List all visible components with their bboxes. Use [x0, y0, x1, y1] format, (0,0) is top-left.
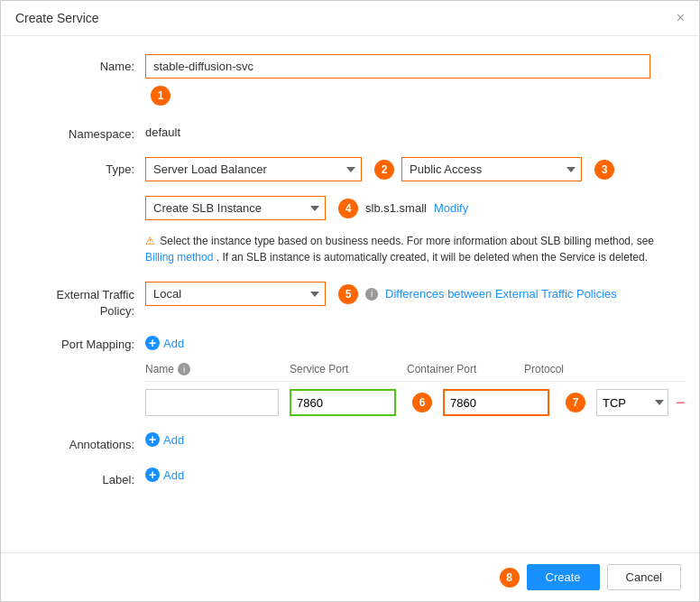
- col-name-info-icon[interactable]: i: [178, 363, 190, 375]
- label-row: Label: + Add: [28, 468, 672, 486]
- ext-traffic-label: External TrafficPolicy:: [28, 282, 145, 320]
- namespace-row: Namespace: default: [28, 122, 672, 141]
- port-add-button[interactable]: + Add: [145, 336, 184, 350]
- name-input[interactable]: [145, 54, 650, 79]
- protocol-select[interactable]: TCP UDP: [596, 389, 668, 416]
- slb-select[interactable]: Create SLB Instance Use Existing SLB: [145, 196, 326, 220]
- add-label: Add: [163, 337, 184, 350]
- port-row: 6 7 TCP UDP −: [145, 389, 686, 416]
- ext-traffic-select[interactable]: Local Cluster: [145, 282, 326, 306]
- label-label: Label:: [28, 468, 145, 486]
- type-row: Type: Server Load Balancer NodePort Clus…: [28, 157, 672, 265]
- plus-icon: +: [145, 336, 160, 350]
- port-mapping-header: Name i Service Port Container Port Proto…: [145, 357, 686, 382]
- badge-6: 6: [412, 393, 432, 412]
- badge-1: 1: [151, 86, 170, 106]
- port-mapping-section: Name i Service Port Container Port Proto…: [145, 357, 686, 416]
- warning-icon: ⚠: [145, 235, 155, 247]
- annotations-row: Annotations: + Add: [28, 432, 672, 451]
- label-plus-icon: +: [145, 468, 160, 482]
- info-icon[interactable]: i: [365, 288, 378, 301]
- namespace-label: Namespace:: [28, 122, 145, 141]
- annotations-plus-icon: +: [145, 432, 160, 447]
- type-label: Type:: [28, 157, 145, 176]
- annotations-content: + Add: [145, 432, 672, 447]
- slb-size: slb.s1.small: [365, 201, 427, 215]
- col-service-port: Service Port: [290, 363, 407, 375]
- port-mapping-row: Port Mapping: + Add Name i Service Port …: [28, 336, 672, 416]
- name-content: 1: [145, 54, 672, 106]
- slb-row: Create SLB Instance Use Existing SLB 4 s…: [145, 196, 468, 220]
- slb-modify[interactable]: Modify: [434, 201, 468, 215]
- ext-traffic-content: Local Cluster 5 i Differences between Ex…: [145, 282, 672, 306]
- container-port-input[interactable]: [443, 389, 549, 416]
- badge-5: 5: [338, 284, 358, 304]
- namespace-content: default: [145, 122, 672, 139]
- dialog-body: Name: 1 Namespace: default Type: Server …: [1, 36, 699, 521]
- col-protocol: Protocol: [524, 363, 605, 375]
- service-port-input[interactable]: [290, 389, 396, 416]
- label-add-label: Add: [163, 468, 184, 482]
- type-select-row: Server Load Balancer NodePort ClusterIP …: [145, 157, 614, 181]
- diff-link[interactable]: Differences between External Traffic Pol…: [385, 287, 617, 301]
- badge-4: 4: [338, 199, 358, 218]
- warning-text: ⚠ Select the instance type based on busi…: [145, 235, 654, 264]
- port-mapping-label: Port Mapping:: [28, 336, 145, 351]
- name-row: Name: 1: [28, 54, 672, 106]
- create-button[interactable]: Create: [527, 564, 600, 590]
- type-select[interactable]: Server Load Balancer NodePort ClusterIP: [145, 157, 362, 181]
- cancel-button[interactable]: Cancel: [607, 564, 681, 590]
- create-service-dialog: Create Service × Name: 1 Namespace: defa…: [0, 0, 700, 602]
- annotations-add-button[interactable]: + Add: [145, 432, 184, 447]
- annotations-add-label: Add: [163, 433, 184, 447]
- warning-block: ⚠ Select the instance type based on busi…: [145, 233, 672, 265]
- access-select[interactable]: Public Access Internal Access: [401, 157, 582, 181]
- col-container-port: Container Port: [407, 363, 524, 375]
- annotations-label: Annotations:: [28, 432, 145, 451]
- port-name-input[interactable]: [145, 389, 279, 416]
- remove-port-icon[interactable]: −: [676, 394, 686, 411]
- namespace-value: default: [145, 122, 180, 139]
- type-content: Server Load Balancer NodePort ClusterIP …: [145, 157, 672, 265]
- port-mapping-content: + Add Name i Service Port Container Port…: [145, 336, 686, 416]
- billing-link[interactable]: Billing method: [145, 251, 213, 264]
- badge-7: 7: [566, 393, 585, 412]
- dialog-title: Create Service: [15, 11, 99, 25]
- label-add-button[interactable]: + Add: [145, 468, 184, 482]
- ext-traffic-row: External TrafficPolicy: Local Cluster 5 …: [28, 282, 672, 320]
- close-icon[interactable]: ×: [677, 10, 685, 26]
- badge-8: 8: [500, 568, 520, 588]
- label-content: + Add: [145, 468, 672, 482]
- dialog-footer: 8 Create Cancel: [1, 552, 699, 601]
- badge-3: 3: [594, 160, 614, 180]
- dialog-header: Create Service ×: [1, 1, 699, 36]
- warning-text-1: Select the instance type based on busine…: [160, 235, 654, 247]
- badge-2: 2: [374, 160, 394, 180]
- name-label: Name:: [28, 54, 145, 73]
- col-name: Name i: [145, 363, 290, 375]
- warning-text-2: . If an SLB instance is automatically cr…: [216, 251, 648, 264]
